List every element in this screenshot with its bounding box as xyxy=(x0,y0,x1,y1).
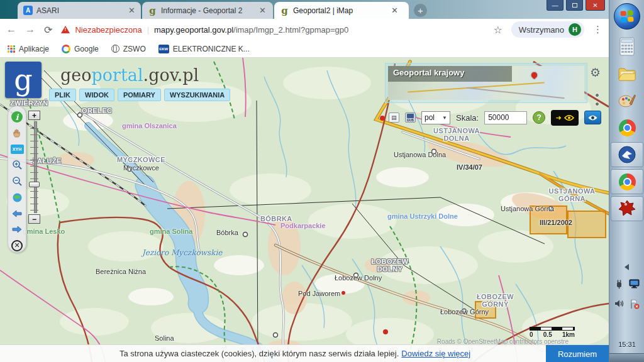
bookmark-label: ZSWO xyxy=(123,45,146,53)
taskbar-clock[interactable]: 15:31 xyxy=(609,341,644,348)
visibility-toolbar[interactable]: ➜ xyxy=(551,110,579,126)
apps-grid-icon xyxy=(8,45,15,53)
speaker-icon[interactable] xyxy=(614,299,625,308)
tab-informacje[interactable]: g Informacje - Geoportal 2 ✕ xyxy=(142,2,273,19)
slider-ticks xyxy=(30,123,38,212)
panel-dot-icon[interactable] xyxy=(595,102,599,106)
scale-input[interactable]: 50000 xyxy=(484,111,527,124)
title-portal: portal xyxy=(92,65,143,85)
tab-close-icon[interactable]: ✕ xyxy=(391,6,398,15)
power-plug-icon[interactable] xyxy=(614,279,624,289)
taskbar-chrome-2[interactable] xyxy=(611,169,643,194)
bookmark-star-icon[interactable]: ☆ xyxy=(493,24,502,36)
tab-strip: A ASARI ✕ g Informacje - Geoportal 2 ✕ g… xyxy=(0,0,609,19)
xyh-coordinates-tool[interactable]: XYH xyxy=(11,143,24,156)
sync-paused-chip[interactable]: Wstrzymano H xyxy=(511,21,584,38)
overview-map-panel[interactable]: Geoportal krajowy xyxy=(385,63,587,103)
cookie-accept-button[interactable]: Rozumiem xyxy=(546,345,609,362)
taskbar-blue-app[interactable] xyxy=(611,142,643,167)
bookmark-zswo[interactable]: ZSWO xyxy=(111,45,146,53)
new-tab-button[interactable]: + xyxy=(414,4,427,17)
zoom-out-button[interactable]: − xyxy=(28,214,40,224)
tab-title: ASARI xyxy=(36,6,118,15)
cancel-tool[interactable]: ✕ xyxy=(11,239,24,253)
taskbar-red-app[interactable] xyxy=(611,196,643,221)
not-secure-icon xyxy=(61,26,70,33)
taskbar-chrome-1[interactable] xyxy=(611,115,643,140)
taskbar-calculator[interactable] xyxy=(611,34,643,59)
scale-toolbar: ▤ GUS pol ▼ Skala: 50000 ? ➜ xyxy=(389,109,601,126)
reload-icon[interactable]: ⟳ xyxy=(44,24,52,36)
map-tools-panel: i XYH ✕ xyxy=(8,106,26,253)
help-button[interactable]: ? xyxy=(533,111,545,124)
forward-icon[interactable]: → xyxy=(25,24,35,35)
minimize-button[interactable]: — xyxy=(547,0,564,11)
tab-close-icon[interactable]: ✕ xyxy=(259,6,266,15)
info-tool[interactable]: i xyxy=(11,111,24,124)
tab-title: Informacje - Geoportal 2 xyxy=(161,6,249,15)
geoportal-favicon: g xyxy=(280,6,289,15)
eye-icon[interactable] xyxy=(564,114,574,121)
bookmark-apps[interactable]: Aplikacje xyxy=(8,45,49,53)
bookmark-ekw[interactable]: EKW ELEKTRONICZNE K... xyxy=(158,45,250,53)
language-value: pol xyxy=(425,113,435,122)
browser-menu-icon[interactable]: ⋮ xyxy=(593,24,602,35)
security-label[interactable]: Niezabezpieczona xyxy=(75,25,142,35)
pan-hand-tool[interactable] xyxy=(11,127,24,140)
folder-icon xyxy=(618,66,636,81)
previous-view-tool[interactable] xyxy=(11,207,24,220)
gus-icon[interactable]: GUS xyxy=(405,112,416,123)
windows-taskbar: 15:31 xyxy=(609,0,644,362)
panel-dot-icon[interactable] xyxy=(595,93,599,97)
cookie-more-link[interactable]: Dowiedz się więcej xyxy=(401,349,470,358)
globe-icon xyxy=(111,45,119,53)
gear-icon[interactable]: ⚙ xyxy=(590,65,601,80)
globe-icon xyxy=(12,192,23,203)
location-marker-icon xyxy=(530,71,538,79)
window-controls: — ✕ xyxy=(547,0,605,11)
google-icon xyxy=(62,45,70,53)
overview-road xyxy=(467,87,564,99)
zoom-slider-track[interactable] xyxy=(28,121,40,213)
scalebar-segments xyxy=(530,327,575,331)
asari-favicon: A xyxy=(23,6,33,15)
geoportal-logo[interactable]: g xyxy=(5,62,42,98)
browser-window: A ASARI ✕ g Informacje - Geoportal 2 ✕ g… xyxy=(0,0,609,362)
zoom-out-tool[interactable] xyxy=(11,175,24,188)
layer-visibility-button[interactable] xyxy=(584,111,601,124)
start-button[interactable] xyxy=(614,3,640,30)
menu-plik[interactable]: PLIK xyxy=(49,89,76,101)
tab-geoportal-imap[interactable]: g Geoportal2 | iMap ✕ xyxy=(274,2,409,19)
bookmark-google[interactable]: Google xyxy=(62,45,99,53)
language-select[interactable]: pol ▼ xyxy=(421,111,450,124)
profile-avatar[interactable]: H xyxy=(569,23,581,36)
menu-wyszukiwania[interactable]: WYSZUKIWANIA xyxy=(164,89,230,101)
tab-close-icon[interactable]: ✕ xyxy=(128,6,135,15)
chevron-down-icon: ▼ xyxy=(442,115,447,121)
action-center-flag-icon[interactable] xyxy=(630,299,640,309)
arrow-icon[interactable]: ➜ xyxy=(556,114,562,122)
next-view-tool[interactable] xyxy=(11,223,24,236)
close-button[interactable]: ✕ xyxy=(586,0,605,11)
show-desktop-button[interactable] xyxy=(609,353,644,362)
bookmarks-bar: Aplikacje Google ZSWO EKW ELEKTRONICZNE … xyxy=(0,40,609,58)
tab-asari[interactable]: A ASARI ✕ xyxy=(18,2,141,19)
legend-icon[interactable]: ▤ xyxy=(389,112,399,123)
paint-icon xyxy=(618,92,636,109)
maximize-button[interactable] xyxy=(566,0,583,11)
hidden-icons-arrow[interactable] xyxy=(625,264,629,270)
taskbar-paint[interactable] xyxy=(611,88,643,113)
back-icon[interactable]: ← xyxy=(6,24,16,35)
map-canvas[interactable] xyxy=(0,58,609,362)
display-icon[interactable] xyxy=(629,279,640,288)
zoom-out-icon xyxy=(12,176,23,187)
menu-pomiary[interactable]: POMIARY xyxy=(118,89,161,101)
omnibox[interactable]: Niezabezpieczona | mapy.geoportal.gov.pl… xyxy=(61,25,484,35)
zoom-slider-handle[interactable] xyxy=(29,182,40,187)
taskbar-explorer[interactable] xyxy=(611,61,643,86)
zoom-in-tool[interactable] xyxy=(11,159,24,172)
full-extent-tool[interactable] xyxy=(11,191,24,204)
zoom-in-button[interactable]: + xyxy=(28,111,40,120)
menu-widok[interactable]: WIDOK xyxy=(79,89,114,101)
screen: A ASARI ✕ g Informacje - Geoportal 2 ✕ g… xyxy=(0,0,644,362)
